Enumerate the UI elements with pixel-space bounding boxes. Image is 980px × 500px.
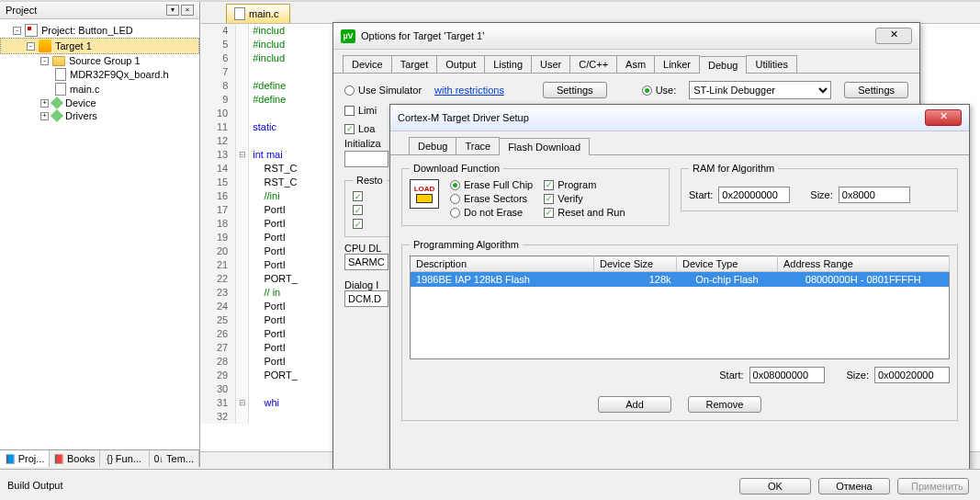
options-tab-debug[interactable]: Debug	[699, 56, 747, 74]
sim-settings-button[interactable]: Settings	[543, 82, 607, 98]
algorithm-row[interactable]: 1986BE IAP 128kB Flash 128k On-chip Flas…	[411, 272, 950, 288]
panel-close-icon[interactable]: ×	[181, 5, 194, 16]
project-sidebar: Project ▾ × -Project: Button_LED -Target…	[0, 2, 200, 467]
project-tree[interactable]: -Project: Button_LED -Target 1 -Source G…	[0, 19, 199, 449]
project-icon	[25, 24, 38, 37]
algorithm-table[interactable]: Description Device Size Device Type Addr…	[410, 256, 950, 359]
folder-icon	[52, 56, 65, 66]
use-simulator-radio[interactable]: Use Simulator	[344, 85, 422, 96]
options-tab-target[interactable]: Target	[391, 55, 438, 73]
driver-tab-debug[interactable]: Debug	[409, 137, 456, 154]
file-icon	[55, 68, 66, 81]
options-tab-user[interactable]: User	[531, 55, 570, 73]
add-button[interactable]: Add	[598, 396, 671, 413]
alg-start-input[interactable]	[749, 367, 825, 383]
debugger-settings-button[interactable]: Settings	[844, 82, 908, 98]
options-close-button[interactable]: ✕	[875, 28, 912, 44]
options-tab-output[interactable]: Output	[436, 55, 485, 73]
options-tab-c/c++[interactable]: C/C++	[569, 55, 617, 73]
verify-checkbox[interactable]: ✓Verify	[544, 193, 625, 204]
do-not-erase-radio[interactable]: Do not Erase	[450, 207, 533, 218]
build-output-label: Build Output	[7, 480, 63, 491]
init-file-input[interactable]	[344, 151, 389, 167]
expander-icon[interactable]: -	[27, 42, 35, 51]
uvision-icon: µV	[341, 29, 355, 43]
expander-icon[interactable]: -	[13, 27, 21, 35]
use-debugger-radio[interactable]: Use:	[642, 85, 677, 96]
file-icon	[234, 7, 245, 20]
erase-full-radio[interactable]: Erase Full Chip	[450, 179, 533, 190]
load-checkbox[interactable]: ✓Loa	[344, 123, 375, 134]
panel-title: Project	[6, 5, 37, 16]
sidebar-tab-project[interactable]: 📘 Proj...	[0, 450, 50, 467]
options-tab-device[interactable]: Device	[343, 55, 392, 73]
editor-tab-main[interactable]: main.c	[226, 4, 290, 23]
source-code[interactable]: #includ#includ#includ#define#definestati…	[249, 24, 298, 424]
drivers-icon	[51, 109, 63, 122]
driver-dialog-title: Cortex-M Target Driver Setup	[398, 112, 529, 123]
remove-button[interactable]: Remove	[688, 396, 761, 413]
sidebar-tab-books[interactable]: 📕 Books	[50, 450, 99, 467]
expander-icon[interactable]: -	[40, 57, 49, 65]
driver-setup-dialog: Cortex-M Target Driver Setup ✕ DebugTrac…	[389, 104, 970, 470]
erase-sectors-radio[interactable]: Erase Sectors	[450, 193, 533, 204]
panel-dropdown-icon[interactable]: ▾	[166, 5, 179, 16]
options-tab-asm[interactable]: Asm	[616, 55, 655, 73]
file-icon	[55, 83, 66, 96]
driver-tab-flash-download[interactable]: Flash Download	[499, 138, 590, 155]
driver-close-button[interactable]: ✕	[925, 109, 962, 126]
target-icon	[39, 40, 51, 52]
options-dialog-title: Options for Target 'Target 1'	[361, 30, 484, 41]
alg-size-input[interactable]	[874, 367, 950, 383]
apply-button[interactable]: Применить	[897, 478, 969, 494]
ram-size-input[interactable]	[839, 187, 910, 203]
expander-icon[interactable]: +	[40, 99, 49, 108]
with-restrictions-link[interactable]: with restrictions	[434, 85, 504, 96]
cancel-button[interactable]: Отмена	[818, 478, 890, 494]
expander-icon[interactable]: +	[40, 112, 49, 120]
load-icon: LOAD	[410, 179, 439, 209]
limit-checkbox[interactable]: Limi	[344, 105, 377, 116]
ok-button[interactable]: OK	[739, 478, 811, 494]
program-checkbox[interactable]: ✓Program	[544, 179, 625, 190]
cpu-dll-input[interactable]	[344, 254, 389, 270]
debugger-select[interactable]: ST-Link Debugger	[689, 81, 831, 99]
sidebar-tab-functions[interactable]: {} Fun...	[100, 450, 150, 467]
options-tab-utilities[interactable]: Utilities	[746, 55, 796, 73]
device-icon	[51, 97, 63, 109]
options-tab-linker[interactable]: Linker	[654, 55, 700, 73]
ram-start-input[interactable]	[718, 187, 790, 203]
dialog-dll-input[interactable]	[344, 290, 389, 307]
reset-run-checkbox[interactable]: ✓Reset and Run	[544, 207, 625, 218]
driver-tab-trace[interactable]: Trace	[456, 137, 500, 154]
options-tab-listing[interactable]: Listing	[484, 55, 532, 73]
sidebar-tab-templates[interactable]: 0↓ Tem...	[150, 450, 199, 467]
